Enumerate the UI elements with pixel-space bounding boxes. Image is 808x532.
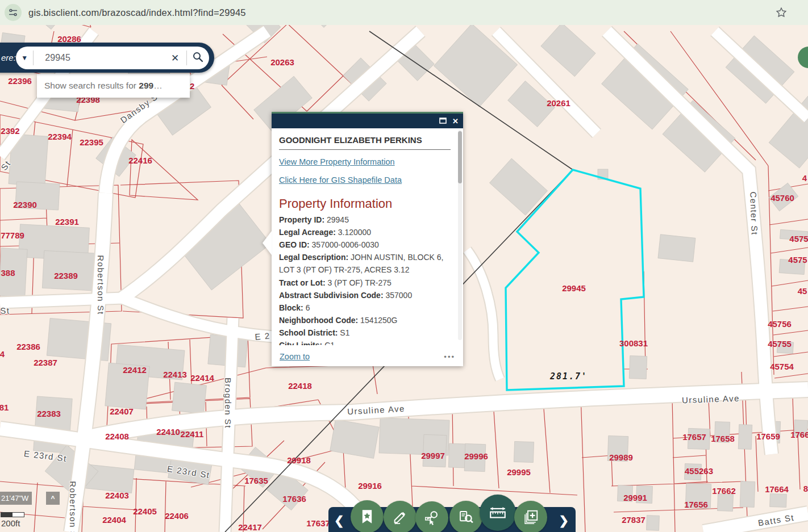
search-pill: ▼ ✕: [16, 47, 209, 69]
select-magnifier-icon: [423, 509, 440, 526]
document-magnifier-icon: [457, 509, 474, 526]
coordinate-collapse-icon[interactable]: ^: [46, 492, 60, 505]
scale-label: 200ft: [1, 518, 20, 528]
tool-select-button[interactable]: [415, 501, 448, 532]
clear-search-icon[interactable]: ✕: [164, 52, 186, 64]
suggestion-text: Show search results for 299…: [44, 81, 163, 91]
tool-bookmarks-button[interactable]: [351, 500, 384, 532]
zoom-to-link[interactable]: Zoom to: [280, 352, 310, 361]
bookmark-star-icon[interactable]: [775, 6, 788, 21]
popup-field-row: Legal Description: JOHN AUSTIN, BLOCK 6,…: [279, 251, 451, 276]
url-text[interactable]: gis.bisclient.com/brazoscad/index.html?f…: [28, 7, 246, 18]
search-icon[interactable]: [187, 51, 209, 65]
popup-scrollbar[interactable]: [458, 130, 462, 340]
search-suggestion[interactable]: Show search results for 299…: [37, 74, 190, 98]
pencil-icon: [392, 509, 408, 525]
bookmark-star-icon: [359, 509, 375, 525]
toolbar-next-icon[interactable]: ❯: [559, 514, 569, 527]
popup-fields: Property ID: 29945Legal Acreage: 3.12000…: [279, 213, 451, 345]
coordinate-readout: 21'47"W: [0, 492, 32, 505]
popup-field-row: Neighborhood Code: 1541250G: [279, 314, 451, 326]
scale-bar: [1, 512, 24, 517]
search-widget: ere: ▼ ✕: [0, 43, 214, 73]
search-type-dropdown[interactable]: ▼: [16, 54, 33, 62]
shapefile-link[interactable]: Click Here for GIS Shapefile Data: [279, 175, 402, 185]
scrollbar-thumb[interactable]: [458, 131, 462, 183]
popup-field-row: School District: S1: [279, 326, 451, 339]
popup-field-row: Property ID: 29945: [279, 213, 451, 226]
popup-callout-arrow: [263, 231, 272, 255]
app-window: 2028662202632026122396223982392223942239…: [0, 0, 808, 532]
popup-section-heading: Property Information: [279, 196, 451, 211]
view-more-link[interactable]: View More Property Information: [279, 157, 395, 166]
popup-title: GOODNIGHT ELIZABETH PERKINS: [279, 135, 451, 145]
divider: [279, 149, 451, 150]
popup-field-row: City Limits: C1: [279, 339, 451, 345]
property-popup: ✕ GOODNIGHT ELIZABETH PERKINS View More …: [272, 112, 463, 366]
more-options-icon[interactable]: •••: [444, 353, 455, 361]
popup-field-row: Abstract Subdivision Code: 357000: [279, 289, 451, 301]
divider: [33, 51, 34, 65]
maximize-icon[interactable]: [439, 118, 447, 125]
browser-address-bar: gis.bisclient.com/brazoscad/index.html?f…: [0, 0, 808, 25]
tool-identify-button[interactable]: [449, 501, 482, 532]
popup-header: ✕: [272, 114, 463, 128]
toolbar-prev-icon[interactable]: ❮: [334, 514, 344, 527]
popup-field-row: Legal Acreage: 3.120000: [279, 226, 451, 238]
popup-field-row: GEO ID: 357000-0006-0030: [279, 238, 451, 251]
tool-measure-button[interactable]: [480, 495, 516, 531]
ruler-icon: [488, 503, 507, 522]
popup-field-row: Block: 6: [279, 301, 451, 314]
popup-body: GOODNIGHT ELIZABETH PERKINS View More Pr…: [272, 128, 463, 345]
search-input[interactable]: [44, 52, 164, 64]
popup-footer: Zoom to •••: [272, 347, 463, 366]
site-settings-icon[interactable]: [5, 4, 22, 21]
popup-field-row: Tract or Lot: 3 (PT OF) TR-275: [279, 277, 451, 289]
close-icon[interactable]: ✕: [452, 118, 459, 125]
tool-draw-button[interactable]: [384, 501, 417, 532]
layers-plus-icon: [522, 509, 539, 526]
tool-add-layers-button[interactable]: [514, 501, 547, 532]
search-label-partial: ere:: [1, 53, 16, 62]
